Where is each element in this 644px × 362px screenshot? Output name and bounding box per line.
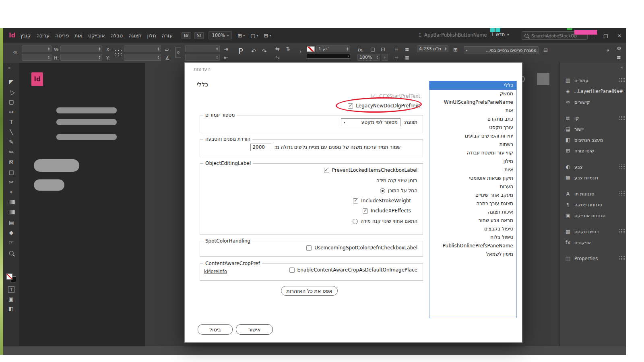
scissors-tool[interactable]: ✂	[3, 177, 19, 187]
pref-category-item[interactable]: מילון	[429, 157, 516, 166]
gray-button[interactable]	[537, 73, 549, 85]
panel-grip[interactable]	[619, 164, 625, 169]
panel-tab-swatches[interactable]: ▦ דוגמיות צבע	[560, 172, 626, 183]
scale-x-field[interactable]: ▴▾	[22, 45, 52, 52]
note-tool[interactable]: ▤	[3, 217, 19, 227]
menu-item[interactable]: תצוגה	[128, 33, 141, 39]
panel-tab-object-styles[interactable]: ▣ סגנונות אובייקט	[560, 210, 626, 221]
menu-item[interactable]: קובץ	[20, 33, 31, 39]
panel-grip[interactable]	[619, 78, 625, 83]
x-position-field[interactable]: ▴▾	[124, 45, 161, 52]
type-tool[interactable]: T	[3, 117, 19, 127]
pref-category-item[interactable]: כללי	[429, 81, 516, 90]
rotate-angle-icon[interactable]: ∡	[165, 55, 170, 60]
panel-menu-icon[interactable]: ≡	[617, 55, 621, 60]
style-override-icon[interactable]: ⊟	[543, 47, 548, 53]
use-incoming-checkbox[interactable]: ✓	[306, 245, 312, 251]
drop-shadow-icon[interactable]: ▢	[370, 47, 375, 52]
panel-tab-properties[interactable]: ◫ Properties	[560, 253, 626, 264]
stroke-none-swatch[interactable]	[307, 46, 315, 52]
cancel-button[interactable]: ביטול	[198, 324, 233, 335]
document-tab-combo[interactable]: חדש 1 ▾	[491, 32, 509, 37]
collapse-tools-icon[interactable]: »	[8, 65, 11, 70]
pref-category-item[interactable]: קווי עזר ומשטח עבודה	[429, 149, 516, 157]
eyedropper-tool[interactable]: ◆	[3, 227, 19, 237]
pref-category-item[interactable]: מראה צבע שחור	[429, 216, 516, 225]
more-options-button[interactable]: ›	[382, 54, 388, 61]
pref-category-item[interactable]: רשתות	[429, 140, 516, 149]
lightning-icon[interactable]: ⚡	[606, 48, 610, 53]
paragraph-formatting-toggle[interactable]: P	[238, 47, 243, 55]
pref-category-item[interactable]: אות	[429, 107, 516, 115]
pref-category-item[interactable]: טיפול בלוח	[429, 233, 516, 242]
text-frame-options-icon[interactable]: ≣	[394, 47, 399, 52]
reset-warnings-button[interactable]: אפס את כל האזהרות	[281, 286, 338, 296]
pref-category-item[interactable]: טיפול בקבצים	[429, 225, 516, 233]
enable-crop-checkbox[interactable]: ✓	[289, 267, 295, 273]
preview-screen-mode-button[interactable]: ◧	[8, 306, 13, 312]
fill-stroke-proxy[interactable]	[6, 274, 16, 282]
panel-tab-transform[interactable]: ⊞ שינוי צורה	[560, 145, 626, 156]
swap-icon[interactable]: ⇋	[275, 55, 280, 60]
menu-item[interactable]: עזרה	[162, 33, 173, 39]
rotation-field[interactable]: ▴▾	[185, 45, 220, 52]
scale-y-field[interactable]: ▴▾	[22, 54, 52, 61]
effects-button[interactable]: fx.	[357, 47, 363, 53]
shear-icon[interactable]: ▱	[165, 47, 169, 52]
menu-item[interactable]: פריסה	[55, 33, 69, 39]
numbering-method-combo[interactable]: ▾ מספור לפי מקטע	[341, 118, 400, 126]
panel-tab-links[interactable]: ∞ קישורים	[560, 97, 626, 107]
grid-icon[interactable]: ⊞	[453, 47, 458, 52]
preview-percent-combo[interactable]: 100% ▴▾	[357, 54, 380, 61]
screen-mode-combo[interactable]: ▢▾	[250, 33, 258, 39]
rectangle-frame-tool[interactable]: ⊠	[3, 157, 19, 167]
normal-view-mode-button[interactable]: ▣	[8, 296, 13, 302]
line-tool[interactable]: ╲	[3, 127, 19, 137]
pref-category-item[interactable]: תיקון שגיאות אוטומטי	[429, 174, 516, 183]
object-effects-icon[interactable]: ⊡	[381, 47, 385, 52]
panel-tab-stroke[interactable]: ≣ קו	[560, 113, 626, 123]
pref-category-item[interactable]: איכות תצוגה	[429, 208, 516, 216]
maximize-button[interactable]: ▢	[599, 28, 613, 43]
panel-tab-text-wrap[interactable]: ▩ דחיית טקסט	[560, 226, 626, 237]
menu-item[interactable]: עריכה	[37, 33, 50, 39]
bridge-button[interactable]: Br	[182, 32, 191, 39]
stroke-weight-combo[interactable]: 1 נק' ▴▾	[316, 45, 350, 52]
selection-tool[interactable]: ◤	[3, 76, 19, 86]
ok-button[interactable]: אישור	[236, 324, 273, 335]
prevent-locked-checkbox[interactable]: ✓	[324, 168, 329, 173]
flip-both-icon[interactable]: ⇅	[286, 46, 290, 51]
pref-category-item[interactable]: הערות	[429, 183, 516, 191]
stroke-color-swatch[interactable]: ▾	[307, 54, 350, 59]
flip-icon[interactable]: ⇆	[275, 46, 280, 51]
panel-tab-layers[interactable]: ◈ #LayerHierPanelNa...	[560, 86, 626, 97]
pref-category-item[interactable]: איות	[429, 166, 516, 174]
gradient-feather-tool[interactable]: ▆	[3, 207, 19, 217]
pref-category-item[interactable]: יחידות והפרשים קבועים	[429, 132, 516, 140]
redo-icon[interactable]: ↷	[262, 49, 267, 55]
publish-button[interactable]: ↥ AppBarPublishButtonName	[418, 32, 487, 38]
align-text-icon[interactable]: ≡	[405, 47, 409, 52]
pref-category-item[interactable]: תצוגת עורך כתבה	[429, 200, 516, 208]
glyph-count-field[interactable]	[250, 144, 271, 151]
formatting-affects-text-button[interactable]: T	[8, 286, 14, 293]
pref-category-item[interactable]: ממשק	[429, 90, 516, 98]
height-field[interactable]: ▴▾	[60, 54, 102, 61]
collapse-dock-icon[interactable]: «	[620, 65, 623, 70]
pen-tool[interactable]: ✎	[3, 137, 19, 147]
include-stroke-checkbox[interactable]: ✓	[353, 198, 358, 204]
free-transform-tool[interactable]: ⌖	[3, 187, 19, 197]
panel-tab-character-styles[interactable]: A סגנונות תו	[560, 188, 626, 199]
view-options-combo[interactable]: ⊞▾	[237, 33, 245, 39]
stock-button[interactable]: St	[194, 32, 204, 39]
menu-item[interactable]: טבלה	[111, 33, 123, 39]
panel-tab-color[interactable]: ◐ צבע	[560, 161, 626, 172]
panel-grip[interactable]	[619, 191, 625, 196]
shear-field[interactable]: ▴▾	[185, 54, 220, 61]
gear-icon[interactable]: ⚙	[617, 46, 621, 51]
pref-category-item[interactable]: WinUIScalingPrefsPaneName	[429, 98, 516, 107]
hand-tool[interactable]: ☞	[3, 237, 19, 247]
flip-vertical-icon[interactable]: ⇤	[224, 55, 228, 60]
constrain-proportions-link[interactable]: 0	[175, 47, 181, 58]
direct-selection-tool[interactable]: △	[3, 86, 19, 97]
